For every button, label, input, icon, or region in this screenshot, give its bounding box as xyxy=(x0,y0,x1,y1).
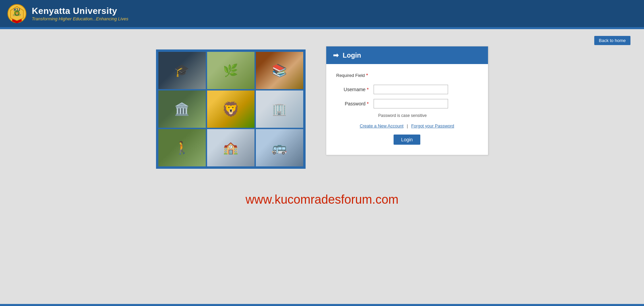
grid-cell-building: 🏢 xyxy=(256,90,303,128)
image-grid: 🎓 🌿 📚 🏛️ 🦁 🏢 🚶 🏫 🚌 xyxy=(156,49,306,169)
username-row: Username * xyxy=(336,85,478,94)
grid-cell-graduates: 🎓 xyxy=(158,52,206,89)
grounds-icon: 🌿 xyxy=(223,63,238,78)
create-account-link[interactable]: Create a New Account xyxy=(360,123,403,128)
forgot-password-link[interactable]: Forgot your Password xyxy=(411,123,454,128)
login-panel: ➡ Login Required Field * Username * Pass… xyxy=(326,46,488,155)
university-logo: KU CREST 🦁 xyxy=(7,3,27,24)
links-separator: | xyxy=(407,123,408,128)
page-header: KU CREST 🦁 Kenyatta University Transform… xyxy=(0,0,644,27)
grid-cell-campus-grounds: 🌿 xyxy=(207,52,254,89)
hall-icon: 🏫 xyxy=(223,141,238,155)
login-panel-body: Required Field * Username * Password * P… xyxy=(326,64,488,155)
username-input[interactable] xyxy=(374,85,448,94)
library-icon: 📚 xyxy=(272,63,287,78)
grid-cell-emblem: 🦁 xyxy=(207,90,254,128)
monument-icon: 🏛️ xyxy=(174,102,190,116)
password-row: Password * xyxy=(336,99,478,108)
emblem-icon: 🦁 xyxy=(222,101,240,118)
svg-text:🦁: 🦁 xyxy=(15,11,19,16)
university-tagline: Transforming Higher Education...Enhancin… xyxy=(32,16,128,21)
login-panel-header: ➡ Login xyxy=(326,46,488,64)
main-content: Back to home 🎓 🌿 📚 🏛️ 🦁 🏢 🚶 🏫 🚌 xyxy=(0,29,644,179)
grid-cell-library: 📚 xyxy=(256,52,303,89)
university-name: Kenyatta University xyxy=(32,6,128,16)
password-asterisk: * xyxy=(367,101,369,106)
required-field-label: Required Field xyxy=(336,73,365,78)
account-links: Create a New Account | Forgot your Passw… xyxy=(336,123,478,128)
required-field-note: Required Field * xyxy=(336,72,478,78)
logo-area: KU CREST 🦁 Kenyatta University Transform… xyxy=(7,3,128,24)
building-icon: 🏢 xyxy=(272,102,287,116)
username-asterisk: * xyxy=(367,87,369,92)
required-asterisk: * xyxy=(366,72,368,78)
students-icon: 🚶 xyxy=(174,141,190,155)
back-to-home-wrapper: Back to home xyxy=(594,36,631,45)
password-hint: Password is case sensitive xyxy=(378,113,478,118)
grid-cell-monument: 🏛️ xyxy=(158,90,206,128)
graduates-icon: 🎓 xyxy=(174,63,190,78)
login-button-wrapper: Login xyxy=(336,135,478,145)
footer-website-url: www.kucomradesforum.com xyxy=(0,179,644,213)
grid-cell-bus: 🚌 xyxy=(256,129,303,166)
back-to-home-button[interactable]: Back to home xyxy=(594,36,631,45)
password-label: Password * xyxy=(336,101,374,106)
login-title: Login xyxy=(343,52,361,59)
password-input[interactable] xyxy=(374,99,448,108)
bus-icon: 🚌 xyxy=(272,141,287,155)
header-text: Kenyatta University Transforming Higher … xyxy=(32,6,128,21)
login-button[interactable]: Login xyxy=(394,135,420,145)
username-label: Username * xyxy=(336,87,374,92)
grid-cell-students: 🚶 xyxy=(158,129,206,166)
bottom-accent-bar xyxy=(0,304,644,306)
login-icon: ➡ xyxy=(333,51,339,59)
grid-cell-hall: 🏫 xyxy=(207,129,254,166)
